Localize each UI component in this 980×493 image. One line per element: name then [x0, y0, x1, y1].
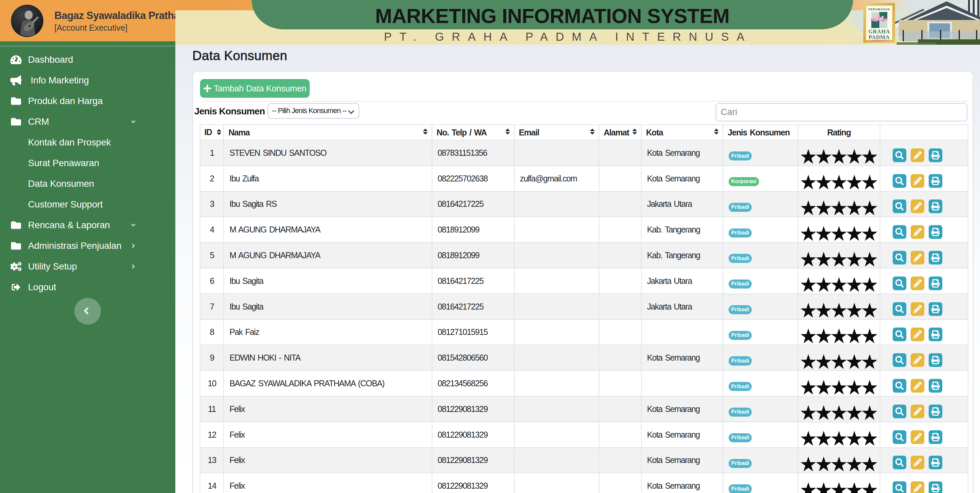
svg-text:PT. GRAHA PADMA INTERNUSA: PT. GRAHA PADMA INTERNUSA — [384, 30, 752, 43]
svg-text:MARKETING INFORMATION SYSTEM: MARKETING INFORMATION SYSTEM — [375, 5, 729, 27]
svg-text:PADMA: PADMA — [869, 34, 890, 40]
svg-text:PERUMAHAN: PERUMAHAN — [868, 8, 890, 11]
